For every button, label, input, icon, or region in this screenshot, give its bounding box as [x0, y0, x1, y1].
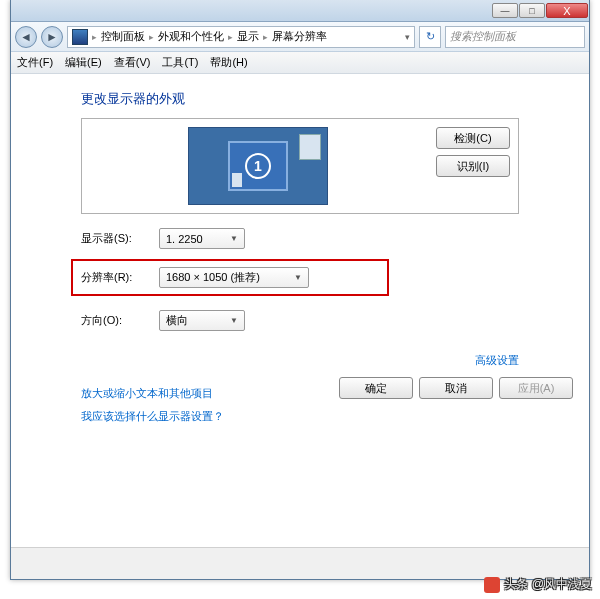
resolution-highlight: 分辨率(R): 1680 × 1050 (推荐) ▼	[71, 259, 389, 296]
menu-help[interactable]: 帮助(H)	[210, 55, 247, 70]
nav-forward-button[interactable]: ►	[41, 26, 63, 48]
page-title: 更改显示器的外观	[81, 90, 519, 108]
chevron-down-icon: ▼	[230, 316, 238, 325]
which-settings-link[interactable]: 我应该选择什么显示器设置？	[81, 409, 519, 424]
menu-file[interactable]: 文件(F)	[17, 55, 53, 70]
monitor-1-thumb[interactable]: 1	[228, 141, 288, 191]
chevron-right-icon: ▸	[263, 32, 268, 42]
breadcrumb-item[interactable]: 外观和个性化	[158, 29, 224, 44]
display-row: 显示器(S): 1. 2250 ▼	[81, 228, 519, 249]
chevron-right-icon: ▸	[149, 32, 154, 42]
chevron-right-icon: ▸	[92, 32, 97, 42]
breadcrumb-item[interactable]: 显示	[237, 29, 259, 44]
minimize-button[interactable]: —	[492, 3, 518, 18]
monitor-preview-panel: 1 检测(C) 识别(I)	[81, 118, 519, 214]
display-label: 显示器(S):	[81, 231, 151, 246]
monitor-number-badge: 1	[245, 153, 271, 179]
breadcrumb-item[interactable]: 屏幕分辨率	[272, 29, 327, 44]
watermark-text: 头条 @风中浅夏	[504, 576, 592, 593]
search-input[interactable]: 搜索控制面板	[445, 26, 585, 48]
monitor-taskbar-icon	[232, 173, 242, 187]
orientation-row: 方向(O): 横向 ▼	[81, 310, 519, 331]
status-bar	[11, 547, 589, 579]
menu-tools[interactable]: 工具(T)	[162, 55, 198, 70]
display-value: 1. 2250	[166, 233, 203, 245]
close-button[interactable]: X	[546, 3, 588, 18]
menubar: 文件(F) 编辑(E) 查看(V) 工具(T) 帮助(H)	[11, 52, 589, 74]
cancel-button[interactable]: 取消	[419, 377, 493, 399]
dialog-buttons: 确定 取消 应用(A)	[339, 377, 573, 399]
breadcrumb-dropdown-icon[interactable]: ▾	[405, 32, 410, 42]
chevron-down-icon: ▼	[230, 234, 238, 243]
window-titlebar: — □ X	[11, 0, 589, 22]
nav-back-button[interactable]: ◄	[15, 26, 37, 48]
resolution-value: 1680 × 1050 (推荐)	[166, 270, 260, 285]
monitor-preview[interactable]: 1	[90, 127, 426, 205]
orientation-value: 横向	[166, 313, 188, 328]
display-combobox[interactable]: 1. 2250 ▼	[159, 228, 245, 249]
orientation-combobox[interactable]: 横向 ▼	[159, 310, 245, 331]
ok-button[interactable]: 确定	[339, 377, 413, 399]
advanced-settings-link[interactable]: 高级设置	[475, 354, 519, 366]
nav-toolbar: ◄ ► ▸ 控制面板 ▸ 外观和个性化 ▸ 显示 ▸ 屏幕分辨率 ▾ ↻ 搜索控…	[11, 22, 589, 52]
identify-button[interactable]: 识别(I)	[436, 155, 510, 177]
toutiao-icon	[484, 577, 500, 593]
monitor-preview-bg: 1	[188, 127, 328, 205]
detect-button[interactable]: 检测(C)	[436, 127, 510, 149]
resolution-row: 分辨率(R): 1680 × 1050 (推荐) ▼	[81, 267, 379, 288]
resolution-label: 分辨率(R):	[81, 270, 151, 285]
menu-view[interactable]: 查看(V)	[114, 55, 151, 70]
resolution-combobox[interactable]: 1680 × 1050 (推荐) ▼	[159, 267, 309, 288]
advanced-settings-row: 高级设置	[81, 353, 519, 368]
maximize-button[interactable]: □	[519, 3, 545, 18]
chevron-right-icon: ▸	[228, 32, 233, 42]
control-panel-icon	[72, 29, 88, 45]
watermark: 头条 @风中浅夏	[484, 576, 592, 593]
menu-edit[interactable]: 编辑(E)	[65, 55, 102, 70]
orientation-label: 方向(O):	[81, 313, 151, 328]
chevron-down-icon: ▼	[294, 273, 302, 282]
breadcrumb-item[interactable]: 控制面板	[101, 29, 145, 44]
refresh-button[interactable]: ↻	[419, 26, 441, 48]
monitor-2-thumb[interactable]	[299, 134, 321, 160]
window: — □ X ◄ ► ▸ 控制面板 ▸ 外观和个性化 ▸ 显示 ▸ 屏幕分辨率 ▾…	[10, 0, 590, 580]
breadcrumb[interactable]: ▸ 控制面板 ▸ 外观和个性化 ▸ 显示 ▸ 屏幕分辨率 ▾	[67, 26, 415, 48]
content-pane: 更改显示器的外观 1 检测(C) 识别(I) 显示器(S): 1. 2250	[11, 74, 589, 424]
apply-button: 应用(A)	[499, 377, 573, 399]
